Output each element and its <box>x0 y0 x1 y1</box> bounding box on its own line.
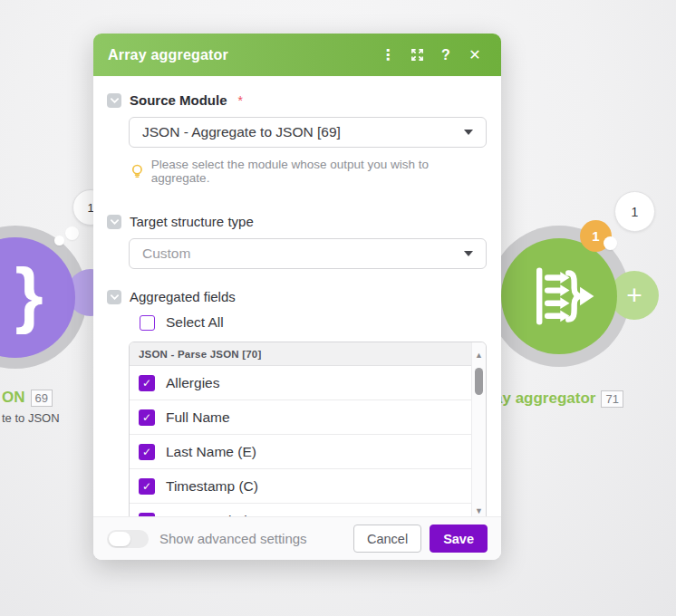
json-module-label: ON 69 te to JSON <box>2 389 60 425</box>
collapse-toggle-icon[interactable] <box>107 215 121 229</box>
collapse-toggle-icon[interactable] <box>107 93 121 108</box>
operations-count: 1 <box>632 205 639 219</box>
field-checkbox-checked[interactable]: ✓ <box>139 375 155 391</box>
fields-group-header: JSON - Parse JSON [70] <box>130 342 471 366</box>
source-module-value: JSON - Aggregate to JSON [69] <box>142 124 464 140</box>
field-label: Dessert Choice <box>166 513 262 517</box>
list-item[interactable]: ✓ Timestamp (C) <box>130 469 471 504</box>
source-module-hint: Please select the module whose output yo… <box>130 158 487 185</box>
chevron-down-icon <box>464 130 473 135</box>
module-name-text: ON <box>2 389 25 407</box>
kebab-menu-icon[interactable]: ⋮ <box>376 43 400 67</box>
add-module-button[interactable]: + <box>610 271 659 320</box>
section-source-module: Source Module * JSON - Aggregate to JSON… <box>107 92 487 185</box>
scroll-up-icon[interactable]: ▲ <box>472 350 486 361</box>
queue-count: 1 <box>592 228 599 244</box>
select-all-label: Select All <box>166 314 224 331</box>
required-asterisk: * <box>238 93 243 108</box>
field-label: Timestamp (C) <box>166 478 258 495</box>
listbox-scrollbar[interactable]: ▲ ▼ <box>471 342 486 516</box>
field-checkbox-checked[interactable]: ✓ <box>139 478 155 495</box>
bubble-trail-dot <box>65 226 79 240</box>
module-name-text: ay aggregator <box>494 390 595 408</box>
advanced-settings-toggle[interactable] <box>107 530 149 548</box>
target-structure-select[interactable]: Custom <box>129 238 487 269</box>
field-label: Last Name (E) <box>166 444 256 460</box>
expand-icon[interactable] <box>405 43 429 67</box>
source-module-select[interactable]: JSON - Aggregate to JSON [69] <box>129 117 487 148</box>
list-item[interactable]: ✓ Last Name (E) <box>130 435 471 469</box>
operations-count-bubble-right: 1 <box>614 191 655 232</box>
dialog-header: Array aggregator ⋮ ? ✕ <box>93 34 501 76</box>
dialog-body: Source Module * JSON - Aggregate to JSON… <box>93 76 501 516</box>
module-subtitle: te to JSON <box>2 411 60 425</box>
field-checkbox-checked[interactable]: ✓ <box>139 444 155 460</box>
field-checkbox-checked[interactable]: ✓ <box>139 409 155 426</box>
select-all-row[interactable]: Select All <box>140 314 487 331</box>
select-all-checkbox[interactable] <box>140 315 155 331</box>
help-icon[interactable]: ? <box>434 43 458 67</box>
aggregator-icon <box>522 259 596 333</box>
lightbulb-icon <box>130 164 144 178</box>
aggregator-module-label: ay aggregator 71 <box>494 390 623 408</box>
array-aggregator-dialog: Array aggregator ⋮ ? ✕ Source Module * J… <box>93 34 501 560</box>
section-aggregated-fields: Aggregated fields Select All JSON - Pars… <box>107 289 487 516</box>
scroll-down-icon[interactable]: ▼ <box>472 505 486 516</box>
aggregated-fields-label: Aggregated fields <box>130 289 236 304</box>
section-target-structure: Target structure type Custom <box>107 214 487 269</box>
bubble-trail-dot <box>54 236 64 245</box>
dialog-footer: Show advanced settings Cancel Save <box>93 516 501 560</box>
chevron-down-icon <box>464 251 473 256</box>
close-icon[interactable]: ✕ <box>463 43 487 67</box>
fields-list: JSON - Parse JSON [70] ✓ Allergies ✓ Ful… <box>130 342 471 516</box>
plus-icon: + <box>626 280 642 311</box>
target-structure-value: Custom <box>142 245 464 262</box>
json-brace-icon: } <box>2 255 56 333</box>
collapse-toggle-icon[interactable] <box>107 290 121 304</box>
list-item[interactable]: ✓ Full Name <box>130 400 471 435</box>
hint-text: Please select the module whose output yo… <box>151 158 487 185</box>
dialog-title: Array aggregator <box>108 47 371 63</box>
source-module-label: Source Module <box>130 92 227 108</box>
target-structure-label: Target structure type <box>130 214 254 229</box>
fields-listbox: JSON - Parse JSON [70] ✓ Allergies ✓ Ful… <box>129 342 487 516</box>
cancel-button[interactable]: Cancel <box>353 525 421 553</box>
module-id-badge: 71 <box>601 390 623 408</box>
module-array-aggregator-71[interactable] <box>501 238 617 354</box>
list-item[interactable]: ✓ Dessert Choice <box>130 504 471 516</box>
save-button[interactable]: Save <box>430 525 488 553</box>
scrollbar-thumb[interactable] <box>475 368 483 395</box>
module-id-badge: 69 <box>31 390 53 407</box>
bubble-trail-dot <box>604 236 617 250</box>
toggle-knob <box>109 532 130 546</box>
advanced-settings-label: Show advanced settings <box>159 531 353 546</box>
list-item[interactable]: ✓ Allergies <box>130 366 471 400</box>
field-label: Allergies <box>166 375 219 391</box>
field-checkbox-checked[interactable]: ✓ <box>139 513 155 517</box>
field-label: Full Name <box>166 409 230 426</box>
